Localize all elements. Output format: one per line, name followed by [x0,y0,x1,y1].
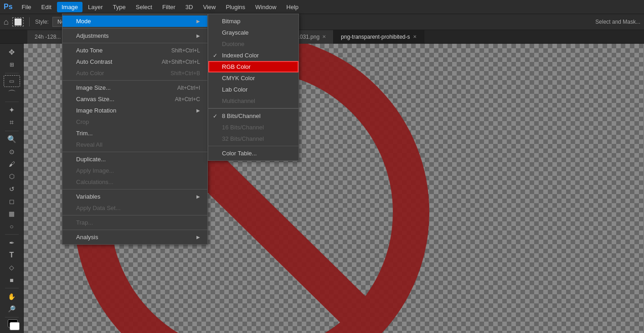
menu-apply-image: Apply Image... [62,165,207,176]
shape-tool[interactable]: ■ [4,274,20,286]
mode-label: Mode [76,18,91,25]
marquee-tool[interactable]: ▭ [4,75,20,87]
select-mask-label[interactable]: Select and Mask... [595,19,640,25]
eyedropper-tool[interactable]: 🔍 [4,133,20,145]
menu-help[interactable]: Help [282,2,303,12]
tab-3-close[interactable]: ✕ [322,34,326,39]
grayscale-label: Grayscale [222,29,249,36]
adjustments-label: Adjustments [76,32,109,39]
menu-adjustments[interactable]: Adjustments ▶ [62,30,207,41]
menu-section-auto: Auto Tone Shift+Ctrl+L Auto Contrast Alt… [62,43,207,81]
background-color[interactable] [10,322,20,330]
image-size-shortcut: Alt+Ctrl+I [177,85,200,91]
auto-contrast-label: Auto Contrast [76,58,113,65]
lasso-tool[interactable]: ⌒ [4,88,20,99]
menu-calculations: Calculations... [62,176,207,188]
menu-apply-data-set: Apply Data Set... [62,202,207,214]
menu-trim[interactable]: Trim... [62,128,207,139]
apply-data-set-label: Apply Data Set... [76,205,121,211]
menu-bar: Ps File Edit Image Layer Type Select Fil… [0,0,644,14]
left-toolbar: ✥ ⊞ ▭ ⌒ ✦ ⌗ 🔍 ⊙ 🖌 ⬡ ↺ ◻ ▦ ○ ✒ T ◇ ■ ✋ 🔎 [0,44,24,333]
menu-auto-tone[interactable]: Auto Tone Shift+Ctrl+L [62,45,207,56]
tab-4-close[interactable]: ✕ [413,34,417,39]
mode-section-color: Bitmap Grayscale Duotone ✓ Indexed Color… [208,14,299,108]
menu-section-trap: Trap... [62,215,207,230]
mode-32bit: 32 Bits/Channel [208,133,299,144]
menu-window[interactable]: Window [251,2,281,12]
menu-plugins[interactable]: Plugins [221,2,250,12]
indexed-color-label: Indexed Color [222,52,259,59]
menu-3d[interactable]: 3D [181,2,198,12]
8bit-check: ✓ [213,113,217,119]
history-brush-tool[interactable]: ↺ [4,183,20,195]
gradient-tool[interactable]: ▦ [4,208,20,220]
home-icon[interactable]: ⌂ [4,17,9,27]
menu-image[interactable]: Image [57,2,82,12]
marquee-icon[interactable]: ⬜ [12,17,24,26]
bitmap-label: Bitmap [222,18,240,25]
image-rotation-label: Image Rotation [76,107,116,114]
menu-file[interactable]: File [17,2,36,12]
zoom-tool[interactable]: 🔎 [4,303,20,314]
menu-image-size[interactable]: Image Size... Alt+Ctrl+I [62,82,207,93]
wand-tool[interactable]: ✦ [4,104,20,116]
menu-type[interactable]: Type [108,2,130,12]
auto-color-shortcut: Shift+Ctrl+B [170,70,200,77]
menu-auto-color: Auto Color Shift+Ctrl+B [62,67,207,79]
stamp-tool[interactable]: ⬡ [4,171,20,182]
mode-grayscale[interactable]: Grayscale [208,27,299,38]
menu-duplicate[interactable]: Duplicate... [62,154,207,165]
hand-tool[interactable]: ✋ [4,291,20,302]
path-tool[interactable]: ◇ [4,262,20,273]
mode-submenu: Bitmap Grayscale Duotone ✓ Indexed Color… [208,14,299,161]
mode-rgb-color[interactable]: RGB Color [208,61,299,72]
menu-section-variables: Variables ▶ Apply Data Set... [62,190,207,215]
mode-multichannel: Multichannel [208,95,299,107]
auto-tone-shortcut: Shift+Ctrl+L [171,47,200,54]
indexed-color-check: ✓ [213,52,217,59]
spot-heal-tool[interactable]: ⊙ [4,146,20,157]
eraser-tool[interactable]: ◻ [4,195,20,207]
toolbar-separator-5 [5,288,19,288]
tab-1-label: 24h -128... [35,34,61,40]
auto-tone-label: Auto Tone [76,47,103,54]
crop-tool[interactable]: ⌗ [4,117,20,128]
menu-edit[interactable]: Edit [37,2,56,12]
menu-image-rotation[interactable]: Image Rotation ▶ [62,105,207,116]
menu-section-analysis: Analysis ▶ [62,230,207,244]
menu-auto-contrast[interactable]: Auto Contrast Alt+Shift+Ctrl+L [62,56,207,67]
menu-analysis[interactable]: Analysis ▶ [62,231,207,243]
mode-arrow: ▶ [196,19,200,24]
app-logo: Ps [4,3,13,11]
variables-arrow: ▶ [196,194,200,199]
mode-8bit[interactable]: ✓ 8 Bits/Channel [208,110,299,122]
mode-bitmap[interactable]: Bitmap [208,15,299,27]
menu-variables[interactable]: Variables ▶ [62,191,207,202]
dodge-tool[interactable]: ○ [4,220,20,232]
image-rotation-arrow: ▶ [196,108,200,113]
menu-canvas-size[interactable]: Canvas Size... Alt+Ctrl+C [62,93,207,105]
lab-color-label: Lab Color [222,86,247,93]
toolbar-separator-2 [5,102,19,102]
menu-select[interactable]: Select [131,2,157,12]
calculations-label: Calculations... [76,179,113,185]
menu-filter[interactable]: Filter [158,2,180,12]
artboard-tool[interactable]: ⊞ [4,59,20,70]
auto-contrast-shortcut: Alt+Shift+Ctrl+L [162,59,200,65]
mode-lab-color[interactable]: Lab Color [208,84,299,95]
menu-layer[interactable]: Layer [83,2,108,12]
pen-tool[interactable]: ✒ [4,237,20,248]
mode-indexed-color[interactable]: ✓ Indexed Color [208,50,299,61]
mode-color-table[interactable]: Color Table... [208,148,299,159]
color-table-label: Color Table... [222,150,257,157]
trim-label: Trim... [76,130,93,137]
tab-4[interactable]: png-transparent-prohibited-s ✕ [334,30,424,44]
brush-tool[interactable]: 🖌 [4,158,20,169]
rgb-color-label: RGB Color [222,63,251,70]
menu-view[interactable]: View [198,2,220,12]
mode-cmyk-color[interactable]: CMYK Color [208,72,299,84]
move-tool[interactable]: ✥ [4,46,20,58]
menu-mode[interactable]: Mode ▶ [62,15,207,27]
text-tool[interactable]: T [4,249,20,261]
canvas-size-shortcut: Alt+Ctrl+C [175,96,200,102]
